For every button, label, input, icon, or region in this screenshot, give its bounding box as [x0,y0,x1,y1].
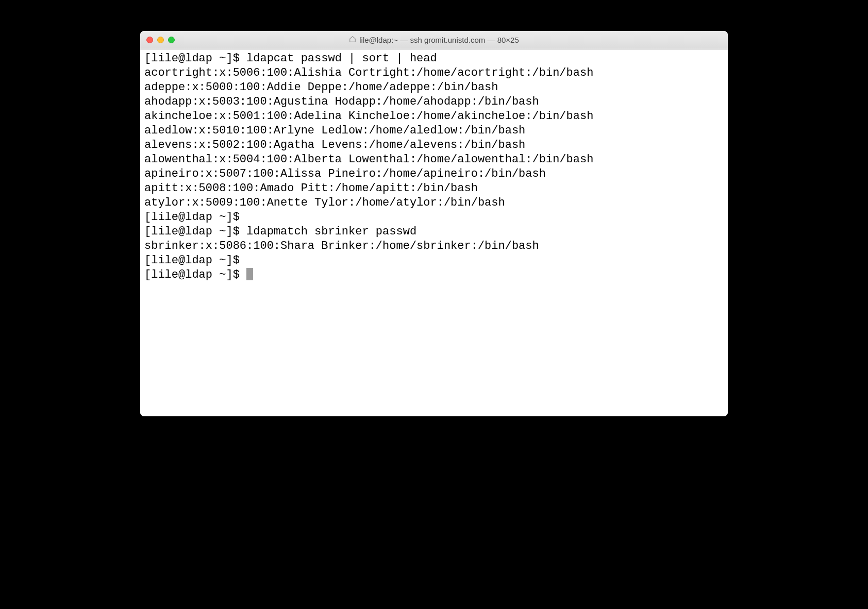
terminal-prompt: [lile@ldap ~]$ [144,268,246,281]
terminal-window: lile@ldap:~ — ssh gromit.unistd.com — 80… [140,31,728,416]
window-title: lile@ldap:~ — ssh gromit.unistd.com — 80… [140,36,728,44]
terminal-line: [lile@ldap ~]$ [144,210,724,225]
terminal-line: apitt:x:5008:100:Amado Pitt:/home/apitt:… [144,181,724,196]
terminal-prompt-line: [lile@ldap ~]$ [144,268,724,282]
traffic-lights [146,37,175,43]
terminal-line: atylor:x:5009:100:Anette Tylor:/home/aty… [144,196,724,210]
terminal-line: sbrinker:x:5086:100:Shara Brinker:/home/… [144,239,724,253]
terminal-line: [lile@ldap ~]$ ldapmatch sbrinker passwd [144,225,724,239]
terminal-line: alevens:x:5002:100:Agatha Levens:/home/a… [144,138,724,153]
terminal-line: acortright:x:5006:100:Alishia Cortright:… [144,66,724,80]
terminal-line: akincheloe:x:5001:100:Adelina Kincheloe:… [144,109,724,124]
terminal-body[interactable]: [lile@ldap ~]$ ldapcat passwd | sort | h… [140,49,728,416]
terminal-line: [lile@ldap ~]$ ldapcat passwd | sort | h… [144,52,724,66]
minimize-button[interactable] [157,37,164,43]
terminal-line: ahodapp:x:5003:100:Agustina Hodapp:/home… [144,95,724,109]
maximize-button[interactable] [168,37,175,43]
window-title-text: lile@ldap:~ — ssh gromit.unistd.com — 80… [359,36,519,44]
terminal-line: aledlow:x:5010:100:Arlyne Ledlow:/home/a… [144,124,724,138]
terminal-cursor[interactable] [246,268,253,280]
title-bar[interactable]: lile@ldap:~ — ssh gromit.unistd.com — 80… [140,31,728,49]
terminal-line: apineiro:x:5007:100:Alissa Pineiro:/home… [144,167,724,181]
terminal-line: [lile@ldap ~]$ [144,253,724,268]
terminal-line: adeppe:x:5000:100:Addie Deppe:/home/adep… [144,80,724,95]
close-button[interactable] [146,37,153,43]
terminal-line: alowenthal:x:5004:100:Alberta Lowenthal:… [144,153,724,167]
home-icon [349,36,356,44]
